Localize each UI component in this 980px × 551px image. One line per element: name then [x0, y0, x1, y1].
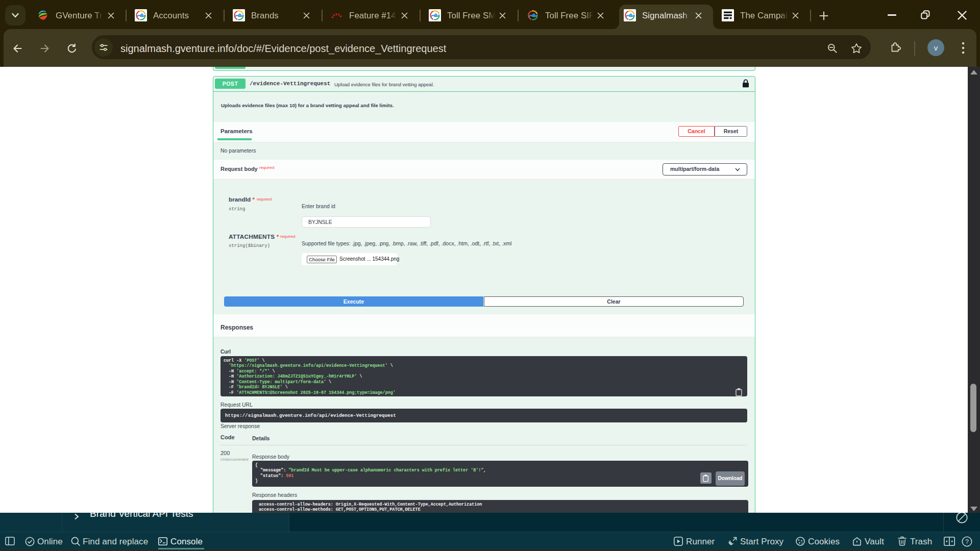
- svg-text:?: ?: [965, 538, 969, 545]
